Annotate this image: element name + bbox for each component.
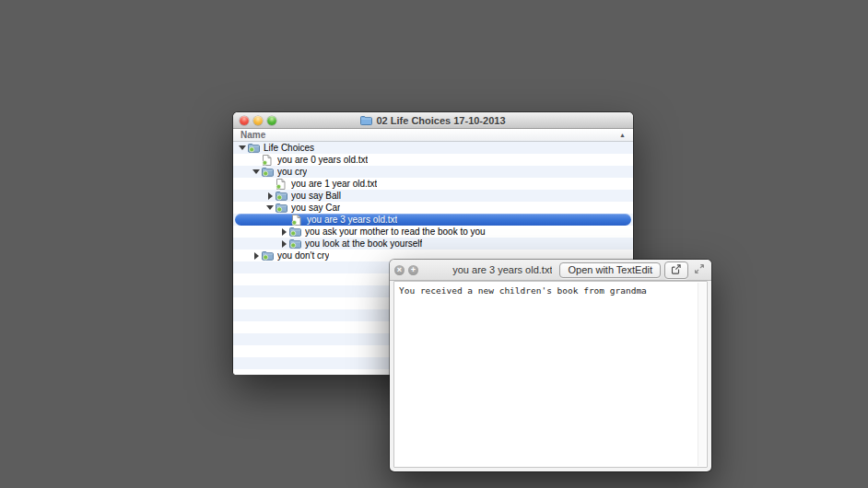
quicklook-window: × + you are 3 years old.txt Open with Te… <box>390 260 711 471</box>
disclosure-triangle[interactable] <box>264 190 276 202</box>
window-title-text: 02 Life Choices 17-10-2013 <box>376 115 505 126</box>
tree-row[interactable]: you are 1 year old.txt <box>233 178 633 190</box>
file-icon <box>262 155 274 166</box>
row-label: you say Ball <box>291 191 341 201</box>
row-label: Life Choices <box>264 143 314 153</box>
column-header-label: Name <box>240 130 619 140</box>
no-disclosure <box>251 154 262 166</box>
traffic-lights <box>240 112 276 128</box>
disclosure-triangle[interactable] <box>278 238 289 250</box>
tree-row[interactable]: you cry <box>233 166 633 178</box>
fullscreen-button[interactable] <box>692 262 707 278</box>
name-column-header[interactable]: Name ▲ <box>233 129 633 142</box>
folder-icon <box>289 238 301 250</box>
folder-icon <box>262 250 274 261</box>
scrollbar-track[interactable] <box>698 283 706 466</box>
row-label: you cry <box>277 167 307 177</box>
row-label: you are 0 years old.txt <box>277 155 368 165</box>
folder-icon <box>248 143 260 154</box>
folder-icon <box>289 227 301 238</box>
folder-icon <box>276 191 287 202</box>
tree-row[interactable]: Life Choices <box>233 142 633 154</box>
close-icon[interactable]: × <box>394 265 405 275</box>
disclosure-triangle[interactable] <box>278 226 289 238</box>
tree-row[interactable]: you say Ball <box>233 190 633 202</box>
quicklook-title: you are 3 years old.txt <box>422 264 552 275</box>
fullscreen-plus-icon[interactable]: + <box>408 265 418 275</box>
tree-row[interactable]: you say Car <box>233 202 633 214</box>
folder-icon <box>360 115 372 125</box>
file-icon <box>291 215 303 226</box>
desktop: 02 Life Choices 17-10-2013 Name ▲ Life C… <box>0 0 868 488</box>
window-title: 02 Life Choices 17-10-2013 <box>360 115 505 126</box>
share-button[interactable] <box>664 261 688 279</box>
no-disclosure <box>264 178 276 190</box>
disclosure-triangle[interactable] <box>251 250 262 261</box>
finder-titlebar[interactable]: 02 Life Choices 17-10-2013 <box>233 112 633 129</box>
tree-row[interactable]: you look at the book yourself <box>233 238 633 250</box>
quicklook-titlebar[interactable]: × + you are 3 years old.txt Open with Te… <box>390 260 711 281</box>
folder-icon <box>262 167 274 178</box>
file-icon <box>276 179 287 190</box>
tree-row[interactable]: you ask your mother to read the book to … <box>233 226 633 238</box>
row-label: you don't cry <box>277 250 329 261</box>
no-disclosure <box>280 214 291 226</box>
disclosure-triangle[interactable] <box>251 166 262 178</box>
open-with-textedit-button[interactable]: Open with TextEdit <box>559 262 661 278</box>
tree-row[interactable]: you are 0 years old.txt <box>233 154 633 166</box>
row-label: you ask your mother to read the book to … <box>305 227 486 237</box>
row-label: you say Car <box>291 203 340 213</box>
quicklook-content: You received a new children's book from … <box>393 281 708 468</box>
minimize-button[interactable] <box>253 116 263 125</box>
share-icon <box>671 261 682 278</box>
disclosure-triangle[interactable] <box>264 202 276 214</box>
fullscreen-arrows-icon <box>694 261 705 278</box>
row-label: you look at the book yourself <box>305 238 422 249</box>
disclosure-triangle[interactable] <box>237 142 248 154</box>
tree-row[interactable]: you are 3 years old.txt <box>235 214 631 226</box>
sort-ascending-icon: ▲ <box>619 132 626 138</box>
zoom-button[interactable] <box>267 116 276 125</box>
file-content-text: You received a new children's book from … <box>394 282 707 299</box>
row-label: you are 1 year old.txt <box>291 179 377 189</box>
row-label: you are 3 years old.txt <box>307 215 397 225</box>
folder-icon <box>276 203 287 214</box>
close-button[interactable] <box>240 116 249 125</box>
